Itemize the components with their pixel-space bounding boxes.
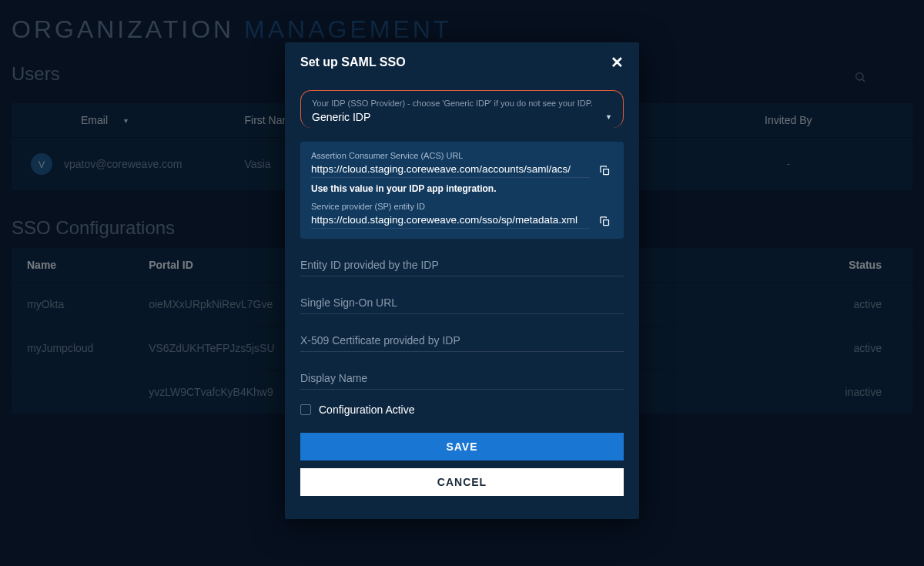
close-icon[interactable]: ✕	[611, 53, 624, 72]
idp-select-field[interactable]: Your IDP (SSO Provider) - choose 'Generi…	[300, 90, 624, 128]
modal-title: Set up SAML SSO	[300, 55, 406, 69]
sp-label: Service provider (SP) entity ID	[311, 202, 613, 211]
checkbox-label: Configuration Active	[319, 404, 415, 416]
chevron-down-icon: ▼	[605, 113, 612, 121]
display-name-input[interactable]: Display Name	[300, 366, 624, 390]
copy-icon[interactable]	[596, 213, 613, 229]
acs-label: Assertion Consumer Service (ACS) URL	[311, 151, 613, 160]
entity-id-input[interactable]: Entity ID provided by the IDP	[300, 253, 624, 276]
sp-value: https://cloud.staging.coreweave.com/sso/…	[311, 214, 590, 229]
config-active-checkbox[interactable]: Configuration Active	[300, 404, 624, 416]
modal-saml-sso: Set up SAML SSO ✕ Your IDP (SSO Provider…	[285, 42, 639, 519]
save-button[interactable]: SAVE	[300, 433, 624, 461]
cancel-button[interactable]: CANCEL	[300, 468, 624, 496]
copy-icon[interactable]	[596, 162, 613, 179]
idp-label: Your IDP (SSO Provider) - choose 'Generi…	[312, 99, 612, 108]
x509-input[interactable]: X-509 Certificate provided by IDP	[300, 328, 624, 352]
checkbox-icon	[300, 404, 311, 415]
helper-box: Assertion Consumer Service (ACS) URL htt…	[300, 142, 624, 239]
idp-value: Generic IDP	[312, 111, 370, 123]
svg-rect-2	[603, 169, 608, 174]
svg-rect-3	[603, 219, 608, 225]
acs-value: https://cloud.staging.coreweave.com/acco…	[311, 163, 590, 178]
modal-header: Set up SAML SSO ✕	[285, 42, 639, 82]
modal-overlay: Set up SAML SSO ✕ Your IDP (SSO Provider…	[0, 0, 924, 566]
sso-url-input[interactable]: Single Sign-On URL	[300, 290, 624, 314]
acs-hint: Use this value in your IDP app integrati…	[311, 183, 613, 194]
